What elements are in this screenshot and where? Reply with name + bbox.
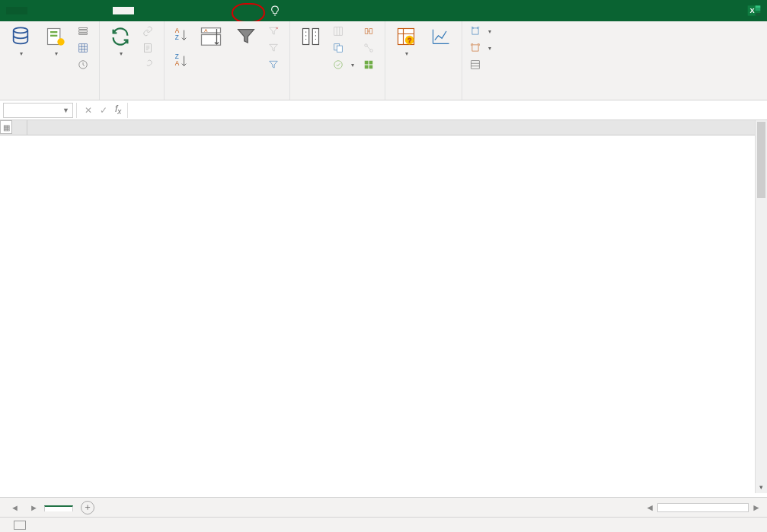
tab-data[interactable]	[113, 7, 134, 14]
flash-icon	[333, 26, 344, 37]
group-label	[467, 96, 494, 100]
sort-desc-button[interactable]: ZA	[169, 49, 192, 73]
recent-sources-button[interactable]	[75, 56, 94, 73]
tab-file[interactable]	[6, 7, 27, 14]
clear-icon	[268, 26, 279, 37]
get-external-data-button[interactable]: ▾	[5, 23, 37, 59]
model-icon	[363, 59, 374, 70]
subtotal-icon	[470, 59, 481, 70]
group-button[interactable]: ▾	[467, 23, 494, 40]
cancel-icon[interactable]: ✕	[85, 105, 92, 116]
sheet-tab-active[interactable]	[44, 505, 73, 511]
subtotal-button[interactable]	[467, 56, 494, 73]
manage-data-model-button[interactable]	[360, 56, 380, 73]
sort-button[interactable]: AZ	[195, 23, 227, 52]
svg-text:A: A	[175, 27, 180, 34]
forecast-icon	[430, 26, 452, 47]
dup-icon	[333, 43, 344, 53]
connections-button[interactable]	[139, 23, 159, 40]
what-if-button[interactable]: ? ▾	[390, 23, 422, 59]
column-headers[interactable]	[27, 120, 767, 135]
paste-options-button[interactable]: ▦	[0, 120, 12, 134]
svg-rect-29	[337, 46, 342, 52]
bulb-icon	[270, 5, 280, 16]
new-query-icon	[45, 26, 66, 47]
group-get-transform: ▾ ▾	[0, 21, 100, 100]
tab-dev[interactable]	[177, 7, 198, 14]
horizontal-scrollbar[interactable]: ◄►	[645, 502, 761, 513]
remove-duplicates-button[interactable]	[330, 40, 357, 56]
edit-link-icon	[142, 59, 153, 70]
tab-view[interactable]	[155, 7, 177, 14]
macro-record-button[interactable]	[14, 521, 26, 530]
clear-filter-button	[265, 23, 285, 40]
advanced-filter-button[interactable]	[265, 56, 285, 73]
worksheet-grid[interactable]: ▦ ▴ ▾	[0, 120, 767, 493]
flash-fill-button	[330, 23, 357, 40]
tab-review[interactable]	[134, 7, 155, 14]
status-bar	[0, 517, 767, 532]
new-query-button[interactable]: ▾	[40, 23, 72, 59]
sheet-nav-prev[interactable]: ◄	[6, 503, 24, 512]
properties-button	[139, 40, 159, 56]
sort-za-icon: ZA	[172, 51, 189, 71]
list-icon	[78, 26, 88, 37]
sort-asc-button[interactable]: AZ	[169, 23, 192, 47]
name-box[interactable]: ▼	[3, 103, 73, 118]
svg-rect-5	[756, 13, 761, 15]
tab-home[interactable]	[27, 7, 49, 14]
advanced-icon	[268, 59, 279, 70]
tab-layout[interactable]	[70, 7, 91, 14]
ungroup-button[interactable]: ▾	[467, 40, 494, 56]
filter-button[interactable]	[230, 23, 262, 52]
data-validation-button[interactable]: ▾	[330, 56, 357, 73]
svg-text:?: ?	[407, 37, 411, 44]
group-label	[5, 96, 94, 100]
tab-formulas[interactable]	[91, 7, 113, 14]
svg-rect-13	[79, 33, 88, 34]
formula-bar: ▼ ✕ ✓ fx	[0, 100, 767, 120]
tell-me[interactable]	[270, 5, 283, 16]
tab-kutools[interactable]	[198, 7, 219, 14]
menu-bar: X	[0, 0, 767, 21]
group-data-tools: ▾	[290, 21, 385, 100]
validation-icon	[333, 59, 344, 70]
group-sort-filter: AZ ZA AZ	[165, 21, 290, 100]
group-forecast: ? ▾	[385, 21, 462, 100]
tab-enterprise[interactable]	[219, 7, 241, 14]
svg-rect-4	[756, 11, 761, 13]
vertical-scrollbar[interactable]: ▴ ▾	[755, 120, 767, 493]
relationships-button	[360, 40, 380, 56]
svg-rect-41	[472, 45, 478, 51]
group-label	[104, 96, 159, 100]
tab-insert[interactable]	[49, 7, 70, 14]
svg-text:Z: Z	[175, 34, 179, 41]
group-outline: ▾ ▾	[462, 21, 499, 100]
svg-rect-33	[365, 61, 369, 65]
refresh-all-button[interactable]: ▾	[104, 23, 136, 59]
group-icon	[470, 26, 481, 37]
svg-rect-26	[312, 29, 318, 45]
tab-powerpivot[interactable]	[241, 7, 262, 14]
group-label	[169, 96, 285, 100]
show-queries-button[interactable]	[75, 23, 94, 40]
sort-az-icon: AZ	[172, 25, 189, 45]
svg-text:Z: Z	[175, 53, 179, 60]
svg-point-30	[334, 61, 343, 69]
svg-rect-42	[471, 61, 480, 69]
fx-icon[interactable]: fx	[115, 104, 127, 116]
ungroup-icon	[470, 43, 481, 53]
svg-rect-2	[756, 5, 761, 8]
enter-icon[interactable]: ✓	[100, 105, 107, 116]
forecast-sheet-button[interactable]	[425, 23, 457, 52]
sheet-nav-next[interactable]: ►	[25, 503, 43, 512]
svg-rect-9	[50, 35, 57, 37]
excel-logo: X	[741, 0, 767, 21]
text-to-columns-button[interactable]	[295, 23, 327, 52]
from-table-button[interactable]	[75, 40, 94, 56]
columns-icon	[300, 26, 321, 47]
consolidate-button[interactable]	[360, 23, 380, 40]
add-sheet-button[interactable]: ＋	[81, 501, 94, 514]
svg-rect-40	[472, 28, 478, 34]
svg-rect-36	[369, 65, 373, 69]
